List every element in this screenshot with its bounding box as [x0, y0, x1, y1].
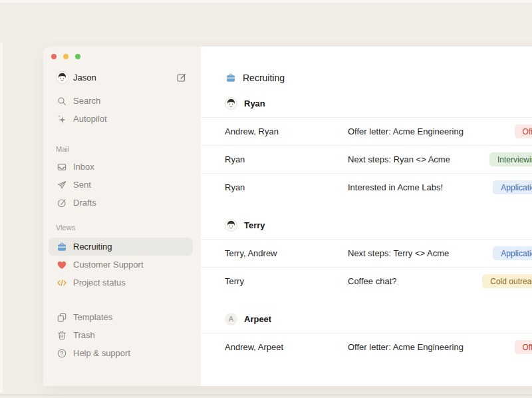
contact-group-header: Terry — [201, 211, 532, 239]
sidebar-item-project-status[interactable]: Project status — [49, 274, 193, 292]
email-row[interactable]: Terry Coffee chat? Cold outreach — [201, 267, 532, 295]
email-sender: Andrew, Arpeet — [225, 342, 348, 352]
sidebar-item-label: Autopilot — [73, 114, 107, 124]
user-avatar — [56, 71, 68, 84]
send-icon — [56, 179, 67, 190]
sidebar-item-help-support[interactable]: Help & support — [49, 344, 193, 362]
sidebar-section-list: InboxSentDrafts — [43, 158, 201, 212]
briefcase-icon — [225, 73, 236, 84]
contact-name: Arpeet — [244, 314, 271, 324]
help-icon — [56, 347, 67, 359]
view-title-row: Recruiting — [201, 67, 532, 89]
sidebar-item-label: Help & support — [73, 348, 130, 358]
contact-avatar — [225, 219, 237, 232]
sidebar: Jason SearchAutopilot MailInboxSentDraft… — [43, 47, 201, 386]
status-badge: Offer — [515, 124, 532, 138]
background-top-strip — [0, 0, 532, 3]
status-badge: Cold outreach — [482, 274, 532, 288]
contact-avatar — [225, 97, 237, 110]
email-subject: Interested in Acme Labs! — [348, 182, 493, 192]
window-controls — [43, 47, 201, 59]
sidebar-item-customer-support[interactable]: Customer Support — [49, 256, 193, 274]
letter-avatar: A — [225, 313, 237, 325]
sidebar-item-label: Drafts — [73, 198, 96, 208]
contact-name: Terry — [244, 220, 265, 230]
email-subject: Next steps: Ryan <> Acme — [348, 154, 489, 164]
sidebar-section-label: Mail — [43, 140, 201, 158]
draft-icon — [56, 197, 67, 208]
page-title: Recruiting — [243, 73, 285, 83]
code-icon — [56, 277, 67, 288]
email-row[interactable]: Andrew, Arpeet Offer letter: Acme Engine… — [201, 333, 532, 361]
sidebar-item-label: Customer Support — [73, 260, 144, 270]
zoom-window-button[interactable] — [75, 54, 80, 59]
email-sender: Ryan — [225, 154, 348, 164]
sidebar-item-sent[interactable]: Sent — [49, 176, 193, 194]
sidebar-item-trash[interactable]: Trash — [49, 326, 193, 344]
status-badge: Interviewing — [489, 152, 532, 166]
background-bottom-line — [0, 394, 532, 396]
sidebar-item-label: Search — [73, 96, 100, 106]
inbox-icon — [56, 161, 67, 172]
sidebar-item-autopilot[interactable]: Autopilot — [49, 110, 193, 128]
contact-name: Ryan — [244, 99, 265, 108]
sidebar-item-label: Project status — [73, 278, 126, 288]
trash-icon — [56, 329, 67, 341]
sidebar-item-label: Sent — [73, 180, 91, 190]
email-sender: Terry — [225, 276, 348, 286]
sidebar-item-search[interactable]: Search — [49, 92, 193, 110]
status-badge: Application — [493, 246, 532, 260]
email-row[interactable]: Terry, Andrew Next steps: Terry <> Acme … — [201, 239, 532, 267]
heart-icon — [56, 259, 67, 270]
email-subject: Offer letter: Acme Engineering — [348, 342, 515, 352]
user-name: Jason — [73, 73, 96, 83]
email-sender: Terry, Andrew — [225, 248, 348, 258]
email-subject: Offer letter: Acme Engineering — [348, 126, 515, 136]
sparkle-icon — [56, 113, 67, 124]
background-left-strip — [0, 43, 3, 393]
main-content: Recruiting Ryan Andrew, Ryan Offer lette… — [201, 47, 532, 386]
email-subject: Next steps: Terry <> Acme — [348, 248, 493, 258]
contact-group-header: AArpeet — [201, 305, 532, 333]
sidebar-item-label: Recruiting — [73, 242, 112, 252]
email-row[interactable]: Andrew, Ryan Offer letter: Acme Engineer… — [201, 117, 532, 145]
search-icon — [56, 95, 67, 106]
compose-icon[interactable] — [176, 72, 187, 83]
email-row[interactable]: Ryan Next steps: Ryan <> Acme Interviewi… — [201, 145, 532, 173]
email-subject: Coffee chat? — [348, 276, 482, 286]
sidebar-item-recruiting[interactable]: Recruiting — [49, 238, 193, 256]
email-sender: Andrew, Ryan — [225, 126, 348, 136]
sidebar-item-label: Templates — [73, 312, 112, 322]
sidebar-item-label: Trash — [73, 330, 95, 340]
sidebar-item-label: Inbox — [73, 162, 94, 172]
contact-group-header: Ryan — [201, 89, 532, 117]
sidebar-item-templates[interactable]: Templates — [49, 308, 193, 326]
email-row[interactable]: Ryan Interested in Acme Labs! Applicatio… — [201, 173, 532, 201]
status-badge: Application — [493, 180, 532, 194]
sidebar-item-drafts[interactable]: Drafts — [49, 194, 193, 212]
close-window-button[interactable] — [51, 54, 57, 59]
templates-icon — [56, 311, 67, 323]
app-window: Jason SearchAutopilot MailInboxSentDraft… — [43, 47, 532, 386]
minimize-window-button[interactable] — [63, 54, 68, 59]
sidebar-section-list: RecruitingCustomer SupportProject status — [43, 238, 201, 292]
email-sender: Ryan — [225, 182, 348, 192]
sidebar-section-label: Views — [43, 218, 201, 236]
status-badge: Offer — [515, 340, 532, 354]
sidebar-item-inbox[interactable]: Inbox — [49, 158, 193, 176]
user-account-row[interactable]: Jason — [49, 69, 193, 87]
briefcase-icon — [56, 241, 67, 252]
